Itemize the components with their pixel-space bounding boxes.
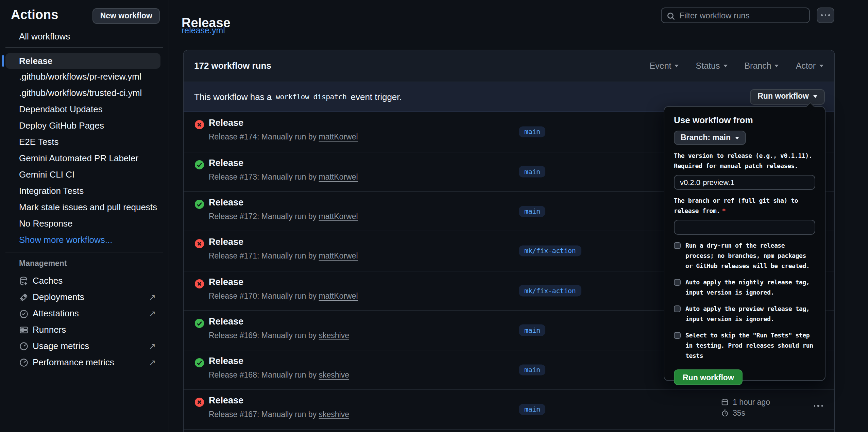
checkbox-label: Auto apply the nightly release tag, inpu… [685,278,810,298]
sidebar-item-workflow[interactable]: Gemini CLI CI [19,167,163,183]
run-title-link[interactable]: Release [209,196,243,210]
sidebar-item-performance-metrics[interactable]: Performance metrics ↗ [0,354,169,371]
checkbox[interactable] [674,279,681,286]
run-title-link[interactable]: Release [209,354,243,368]
branch-badge[interactable]: main [519,364,546,376]
run-kebab-menu-button[interactable] [812,405,825,415]
actor-link[interactable]: skeshive [319,331,350,339]
branch-select-button[interactable]: Branch: main [674,131,746,145]
dry-run-checkbox-row: Run a dry-run of the release process; no… [674,241,815,271]
run-workflow-submit-button[interactable]: Run workflow [674,369,743,385]
runs-list-header: 172 workflow runs Event Status Branch Ac… [183,50,834,81]
branch-badge[interactable]: main [519,206,546,217]
sidebar-item-workflow[interactable]: No Response [19,216,163,232]
filter-event[interactable]: Event [650,61,679,70]
sidebar-item-workflow[interactable]: Mark stale issues and pull requests [19,199,163,216]
actor-link[interactable]: mattKorwel [319,252,358,260]
branch-badge[interactable]: main [519,126,546,137]
sidebar-item-release-selected[interactable]: Release [5,53,160,69]
sidebar-item-workflow[interactable]: Gemini Automated PR Labeler [19,150,163,167]
run-title-link[interactable]: Release [209,275,243,289]
sidebar-item-caches[interactable]: Caches [0,273,169,289]
server-icon [19,325,29,335]
management-section-label: Management [19,258,67,269]
run-title-link[interactable]: Release [209,236,243,249]
header-kebab-menu-button[interactable] [817,7,834,23]
nightly-tag-checkbox-row: Auto apply the nightly release tag, inpu… [674,278,815,298]
sidebar-item-label: Attestations [33,305,79,322]
show-more-workflows-link[interactable]: Show more workflows... [19,232,163,248]
actor-link[interactable]: skeshive [319,411,350,419]
status-failure-icon [194,398,204,408]
filter-status[interactable]: Status [696,61,728,70]
workflow-dispatch-code: workflow_dispatch [276,82,346,111]
sidebar-item-workflow[interactable]: Dependabot Updates [19,101,163,118]
external-link-icon: ↗ [149,305,156,322]
chevron-down-icon [675,64,679,67]
workflow-run-row-partial [183,429,834,432]
kebab-icon [812,405,825,407]
sidebar-item-usage-metrics[interactable]: Usage metrics ↗ [0,338,169,354]
run-description: Release #167: Manually run by skeshive [209,409,349,420]
actor-link[interactable]: skeshive [319,371,350,379]
sidebar-divider [5,252,163,252]
sidebar-item-attestations[interactable]: Attestations ↗ [0,305,169,322]
calendar-icon [720,398,729,406]
version-input[interactable] [674,175,815,190]
actor-link[interactable]: mattKorwel [319,132,358,140]
selected-indicator-bar [2,55,4,67]
sidebar-item-workflow[interactable]: .github/workflows/pr-review.yml [19,69,163,85]
branch-badge[interactable]: mk/fix-action [519,245,581,256]
verified-icon [19,309,29,318]
branch-badge[interactable]: mk/fix-action [519,285,581,296]
sidebar-item-label: Usage metrics [33,338,89,354]
sidebar-item-deployments[interactable]: Deployments ↗ [0,289,169,305]
status-failure-icon [194,119,204,129]
run-time: 1 hour ago [733,398,770,406]
checkbox[interactable] [674,305,681,312]
chevron-down-icon [723,64,727,67]
new-workflow-button[interactable]: New workflow [93,8,160,24]
workflow-run-row[interactable]: Release Release #167: Manually run by sk… [183,389,834,429]
chevron-down-icon [819,64,823,67]
run-description: Release #172: Manually run by mattKorwel [209,211,358,222]
branch-badge[interactable]: main [519,166,546,177]
sidebar-item-runners[interactable]: Runners [0,322,169,338]
actor-link[interactable]: mattKorwel [319,212,358,220]
checkbox[interactable] [674,242,681,249]
status-success-icon [194,358,204,368]
filter-workflow-runs-search [661,7,810,23]
filter-actor[interactable]: Actor [796,61,823,70]
external-link-icon: ↗ [149,289,156,305]
sidebar-item-workflow[interactable]: E2E Tests [19,134,163,150]
run-description: Release #169: Manually run by skeshive [209,330,349,341]
workflow-file-link[interactable]: release.yml [182,26,225,35]
sidebar-item-all-workflows[interactable]: All workflows [19,31,70,43]
branch-badge[interactable]: main [519,325,546,336]
branch-badge[interactable]: main [519,404,546,415]
status-success-icon [194,199,204,209]
run-title-link[interactable]: Release [209,116,243,130]
sidebar-divider [5,47,163,48]
checkbox[interactable] [674,332,681,339]
run-workflow-dropdown-button[interactable]: Run workflow [750,89,824,104]
popup-title: Use workflow from [674,115,815,126]
runs-filters: Event Status Branch Actor [650,50,823,81]
actor-link[interactable]: mattKorwel [319,173,358,181]
run-title-link[interactable]: Release [209,394,243,408]
filter-branch[interactable]: Branch [744,61,779,70]
status-success-icon [194,318,204,328]
sidebar-item-workflow[interactable]: Integration Tests [19,183,163,199]
actor-link[interactable]: mattKorwel [319,292,358,300]
chevron-down-icon [735,136,739,139]
rocket-icon [19,293,29,302]
runs-count: 172 workflow runs [194,50,271,81]
ref-input[interactable] [674,220,815,235]
sidebar-item-label: Release [19,53,52,69]
sidebar-item-workflow[interactable]: Deploy GitHub Pages [19,118,163,134]
sidebar-item-label: Caches [33,273,63,289]
run-title-link[interactable]: Release [209,156,243,170]
sidebar-item-workflow[interactable]: .github/workflows/trusted-ci.yml [19,85,163,101]
search-input[interactable] [678,8,806,22]
run-title-link[interactable]: Release [209,315,243,329]
